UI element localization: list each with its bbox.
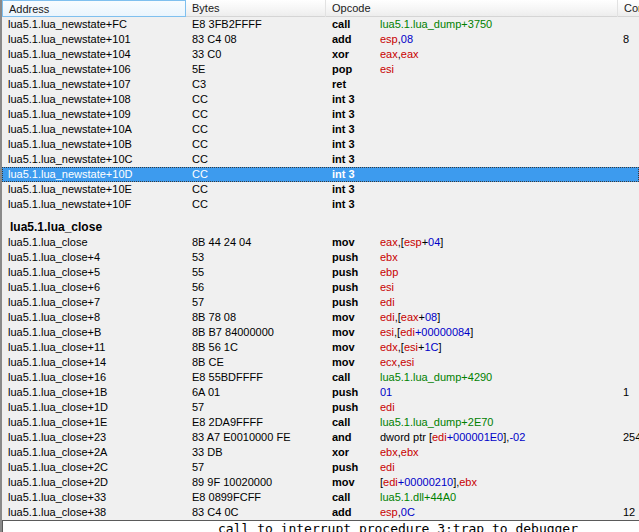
operands: dword ptr [edi+000001E0],-02 — [380, 430, 525, 445]
operand-token: esi — [404, 341, 418, 353]
address-cell: lua5.1.lua_newstate+FC — [8, 17, 127, 32]
mnemonic: xor — [332, 445, 349, 460]
mnemonic: int 3 — [332, 107, 355, 122]
disasm-row[interactable]: lua5.1.lua_close+118B 56 1Cmovedx,[esi+1… — [2, 340, 639, 355]
operand-token: ebp — [380, 266, 398, 278]
operand-token: eax — [401, 311, 419, 323]
disasm-row[interactable]: lua5.1.lua_newstate+10BCCint 3 — [2, 137, 639, 152]
bytes-cell: 57 — [192, 295, 204, 310]
operand-token: lua5.1.lua_dump+4290 — [380, 371, 492, 383]
disasm-row[interactable]: lua5.1.lua_close+33E8 0899FCFFcalllua5.1… — [2, 490, 639, 505]
operand-token: lua5.1.lua_dump+2E70 — [380, 416, 493, 428]
disasm-row[interactable]: lua5.1.lua_close+B8B B7 84000000movesi,[… — [2, 325, 639, 340]
bytes-cell: 83 A7 E0010000 FE — [192, 430, 290, 445]
disasm-row[interactable]: lua5.1.lua_newstate+10ACCint 3 — [2, 122, 639, 137]
mnemonic: push — [332, 460, 358, 475]
column-header-address[interactable]: Address — [2, 0, 186, 17]
comment-cell: 1 — [623, 385, 629, 400]
mnemonic: mov — [332, 340, 355, 355]
disasm-row[interactable]: lua5.1.lua_newstate+10CCCint 3 — [2, 152, 639, 167]
mnemonic: add — [332, 505, 352, 520]
instruction-info-panel: call to interrupt procedure 3;trap to de… — [2, 520, 639, 532]
disasm-row[interactable]: lua5.1.lua_close+757pushedi — [2, 295, 639, 310]
bytes-cell: 89 9F 10020000 — [192, 475, 272, 490]
disasm-row[interactable]: lua5.1.lua_close+148B CEmovecx,esi — [2, 355, 639, 370]
disasm-row[interactable]: lua5.1.lua_newstate+109CCint 3 — [2, 107, 639, 122]
disasm-row[interactable]: lua5.1.lua_newstate+10433 C0xoreax,eax — [2, 47, 639, 62]
disasm-row[interactable]: lua5.1.lua_close+1D57pushedi — [2, 400, 639, 415]
disasm-row[interactable]: lua5.1.lua_close+16E8 55BDFFFFcalllua5.1… — [2, 370, 639, 385]
comment-cell: 12 — [623, 505, 635, 520]
disasm-row[interactable]: lua5.1.lua_newstate+10ECCint 3 — [2, 182, 639, 197]
disasm-row[interactable]: lua5.1.lua_close+3883 C4 0Caddesp,0C12 — [2, 505, 639, 520]
mnemonic: push — [332, 265, 358, 280]
address-cell: lua5.1.lua_close+7 — [8, 295, 100, 310]
bytes-cell: 8B 44 24 04 — [192, 235, 251, 250]
address-cell: lua5.1.lua_newstate+10D — [8, 167, 132, 182]
bytes-cell: E8 55BDFFFF — [192, 370, 263, 385]
column-header-bytes[interactable]: Bytes — [186, 0, 326, 17]
bytes-cell: 83 C4 0C — [192, 505, 238, 520]
disasm-row[interactable]: lua5.1.lua_newstate+1065Epopesi — [2, 62, 639, 77]
disasm-row[interactable]: lua5.1.lua_close+555pushebp — [2, 265, 639, 280]
function-label-row[interactable]: lua5.1.lua_close — [2, 220, 639, 235]
address-cell: lua5.1.lua_newstate+10F — [8, 197, 131, 212]
operand-token: ] — [438, 341, 441, 353]
operands: lua5.1.dll+44A0 — [380, 490, 456, 505]
function-label: lua5.1.lua_close — [10, 220, 102, 235]
operand-token: lua5.1.lua_dump+3750 — [380, 18, 492, 30]
mnemonic: pop — [332, 62, 352, 77]
disasm-row[interactable]: lua5.1.lua_close+2D89 9F 10020000mov[edi… — [2, 475, 639, 490]
mnemonic: push — [332, 385, 358, 400]
disasm-row[interactable]: lua5.1.lua_close+2C57pushedi — [2, 460, 639, 475]
disasm-row[interactable]: lua5.1.lua_close+2A33 DBxorebx,ebx — [2, 445, 639, 460]
mnemonic: mov — [332, 475, 355, 490]
operand-token: ecx — [380, 356, 397, 368]
operand-token: edi — [400, 326, 415, 338]
operand-token: esp — [404, 236, 422, 248]
mnemonic: mov — [332, 310, 355, 325]
disasm-row[interactable]: lua5.1.lua_close+1EE8 2DA9FFFFcalllua5.1… — [2, 415, 639, 430]
disasm-row[interactable]: lua5.1.lua_close8B 44 24 04moveax,[esp+0… — [2, 235, 639, 250]
bytes-cell: E8 0899FCFF — [192, 490, 261, 505]
operand-token: 0C — [401, 506, 415, 518]
mnemonic: mov — [332, 325, 355, 340]
disasm-row[interactable]: lua5.1.lua_close+656pushesi — [2, 280, 639, 295]
operand-token: edi — [432, 431, 447, 443]
disasm-row[interactable]: lua5.1.lua_newstate+108CCint 3 — [2, 92, 639, 107]
disasm-row[interactable]: lua5.1.lua_newstate+10FCCint 3 — [2, 197, 639, 212]
disasm-row[interactable]: lua5.1.lua_newstate+10183 C4 08addesp,08… — [2, 32, 639, 47]
mnemonic: and — [332, 430, 352, 445]
disasm-row[interactable]: lua5.1.lua_close+2383 A7 E0010000 FEandd… — [2, 430, 639, 445]
operand-token: ebx — [459, 476, 477, 488]
column-header-opcode[interactable]: Opcode — [326, 0, 618, 17]
bytes-cell: 57 — [192, 460, 204, 475]
mnemonic: call — [332, 415, 350, 430]
bytes-cell: 6A 01 — [192, 385, 220, 400]
disasm-row[interactable]: lua5.1.lua_newstate+FCE8 3FB2FFFFcalllua… — [2, 17, 639, 32]
mnemonic: int 3 — [332, 152, 355, 167]
mnemonic: int 3 — [332, 197, 355, 212]
bytes-cell: 8B CE — [192, 355, 224, 370]
disasm-row[interactable]: lua5.1.lua_close+88B 78 08movedi,[eax+08… — [2, 310, 639, 325]
operands: ebx,ebx — [380, 445, 419, 460]
mnemonic: push — [332, 400, 358, 415]
column-header-comment[interactable]: Com — [618, 0, 639, 17]
operands: esp,0C — [380, 505, 415, 520]
address-cell: lua5.1.lua_close+2C — [8, 460, 108, 475]
disasm-row[interactable]: lua5.1.lua_close+1B6A 01push011 — [2, 385, 639, 400]
disasm-row-selected[interactable]: lua5.1.lua_newstate+10DCCint 3 — [2, 167, 639, 182]
bytes-cell: 55 — [192, 265, 204, 280]
disasm-row[interactable]: lua5.1.lua_newstate+107C3ret — [2, 77, 639, 92]
operand-token: edi — [380, 461, 395, 473]
operands: edi — [380, 460, 395, 475]
bytes-cell: 5E — [192, 62, 205, 77]
address-cell: lua5.1.lua_close+8 — [8, 310, 100, 325]
operands: eax,eax — [380, 47, 419, 62]
disasm-row[interactable]: lua5.1.lua_close+453pushebx — [2, 250, 639, 265]
row-spacer — [2, 212, 639, 220]
operands: esi,[edi+00000084] — [380, 325, 473, 340]
mnemonic: int 3 — [332, 122, 355, 137]
mnemonic: int 3 — [332, 167, 355, 182]
address-cell: lua5.1.lua_close+5 — [8, 265, 100, 280]
